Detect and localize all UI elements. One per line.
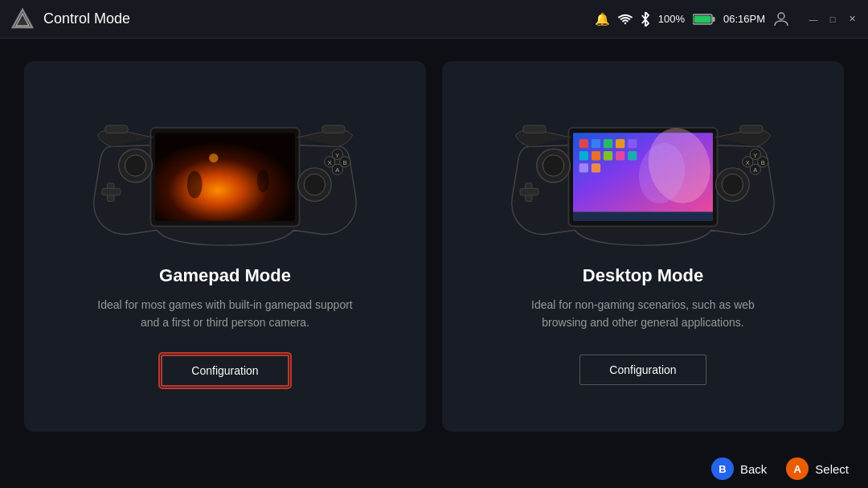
- svg-rect-32: [579, 139, 588, 148]
- close-button[interactable]: ✕: [845, 13, 858, 26]
- battery-icon: [693, 14, 715, 25]
- gamepad-mode-title: Gamepad Mode: [159, 265, 291, 286]
- svg-rect-4: [694, 15, 710, 23]
- svg-rect-34: [604, 139, 612, 148]
- status-icons: 🔔 100% 06:16PM: [595, 12, 789, 27]
- window-controls: — □ ✕: [807, 13, 858, 26]
- select-badge: A: [786, 457, 809, 480]
- svg-rect-36: [628, 139, 637, 148]
- wifi-icon: [618, 14, 633, 25]
- gamepad-device-image: Y X B A: [88, 85, 362, 246]
- svg-rect-40: [616, 151, 624, 160]
- back-label: Back: [740, 462, 767, 476]
- svg-text:B: B: [761, 159, 765, 166]
- svg-rect-43: [592, 163, 600, 172]
- svg-rect-60: [523, 125, 546, 133]
- desktop-mode-card: Y X B A Desktop Mode Ideal for non-gamin…: [442, 61, 844, 432]
- minimize-button[interactable]: —: [807, 13, 820, 26]
- titlebar-right: 🔔 100% 06:16PM: [595, 12, 858, 27]
- select-label: Select: [815, 462, 849, 476]
- desktop-mode-title: Desktop Mode: [583, 265, 703, 286]
- gamepad-mode-desc: Ideal for most games with built-in gamep…: [96, 296, 354, 332]
- bell-icon: 🔔: [595, 12, 610, 27]
- svg-point-47: [542, 155, 563, 176]
- handheld-desktop-svg: Y X B A: [506, 85, 780, 246]
- maximize-button[interactable]: □: [826, 13, 839, 26]
- svg-point-49: [722, 174, 743, 195]
- svg-rect-37: [579, 151, 588, 160]
- svg-point-15: [304, 174, 325, 195]
- svg-point-5: [778, 13, 784, 19]
- svg-point-10: [257, 170, 269, 192]
- desktop-device-image: Y X B A: [506, 85, 780, 246]
- svg-rect-31: [573, 212, 713, 221]
- svg-point-13: [125, 155, 145, 176]
- app-logo-icon: [10, 6, 35, 32]
- titlebar: Control Mode 🔔 100% 06:16PM: [0, 0, 868, 39]
- svg-rect-35: [616, 139, 624, 148]
- titlebar-left: Control Mode: [10, 6, 130, 32]
- handheld-gamepad-svg: Y X B A: [88, 85, 362, 246]
- svg-text:X: X: [746, 159, 750, 166]
- svg-point-11: [209, 154, 218, 162]
- svg-rect-27: [322, 125, 345, 133]
- back-badge: B: [711, 457, 734, 480]
- select-action[interactable]: A Select: [786, 457, 849, 480]
- svg-rect-61: [740, 125, 763, 133]
- time-display: 06:16PM: [723, 13, 765, 25]
- svg-rect-38: [592, 151, 600, 160]
- bottom-bar: B Back A Select: [0, 449, 868, 488]
- svg-rect-25: [102, 188, 121, 195]
- back-action[interactable]: B Back: [711, 457, 767, 480]
- svg-rect-26: [105, 125, 128, 133]
- bluetooth-icon: [641, 12, 650, 27]
- svg-text:B: B: [343, 159, 347, 166]
- gamepad-mode-card: Y X B A Gamepad Mode Ideal for most game…: [24, 61, 426, 432]
- battery-indicator: 100%: [658, 13, 685, 25]
- svg-rect-39: [604, 151, 612, 160]
- desktop-mode-desc: Ideal for non-gaming scenarios, such as …: [514, 296, 772, 332]
- svg-rect-59: [520, 188, 538, 195]
- svg-text:X: X: [328, 159, 332, 166]
- user-icon: [773, 12, 789, 27]
- svg-rect-3: [712, 17, 714, 22]
- svg-text:Y: Y: [335, 152, 339, 159]
- gamepad-config-button[interactable]: Configuration: [161, 355, 289, 387]
- svg-rect-33: [592, 139, 600, 148]
- svg-rect-41: [628, 151, 637, 160]
- svg-rect-8: [155, 133, 295, 221]
- svg-point-9: [187, 171, 203, 199]
- svg-rect-42: [579, 163, 588, 172]
- desktop-config-button[interactable]: Configuration: [579, 355, 706, 385]
- svg-text:Y: Y: [753, 152, 757, 159]
- app-title: Control Mode: [43, 10, 130, 27]
- main-content: Y X B A Gamepad Mode Ideal for most game…: [0, 39, 868, 488]
